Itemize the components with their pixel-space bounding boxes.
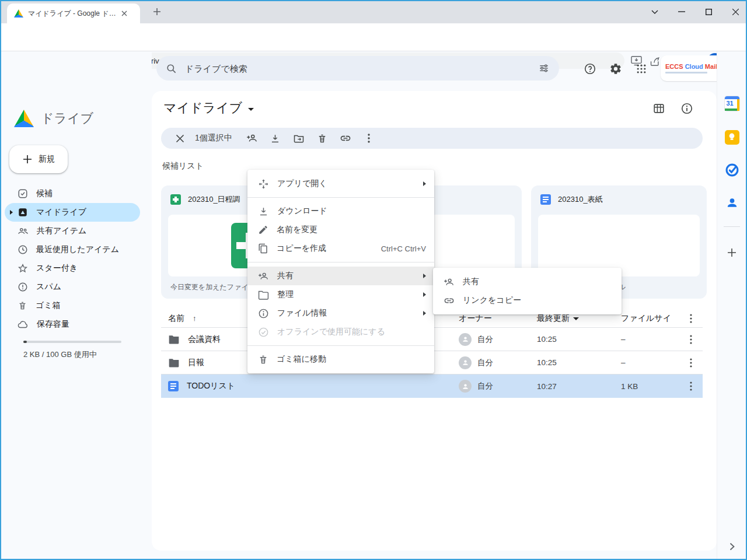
apps-grid-icon[interactable]	[634, 61, 649, 76]
drive-favicon-icon	[14, 9, 23, 18]
cloud-icon	[18, 320, 29, 329]
row-more-kebab-icon[interactable]	[683, 331, 699, 348]
window-chevron-icon[interactable]	[642, 0, 668, 23]
header-owner[interactable]: オーナー	[459, 313, 492, 324]
search-icon	[166, 63, 177, 74]
menu-item-offline: オフラインで使用可能にする	[247, 323, 434, 341]
suggestions-label: 候補リスト	[162, 161, 204, 172]
plus-icon	[22, 154, 33, 164]
submenu-arrow-icon	[423, 274, 426, 278]
menu-item-file-info[interactable]: ファイル情報	[247, 304, 434, 323]
share-person-add-icon[interactable]	[240, 129, 264, 148]
search-filter-tune-icon[interactable]	[538, 62, 550, 74]
copy-link-icon[interactable]	[334, 129, 357, 148]
row-more-kebab-icon[interactable]	[683, 378, 699, 394]
menu-item-share[interactable]: 共有	[247, 267, 434, 285]
collapse-panel-chevron-icon[interactable]	[724, 539, 739, 554]
sort-descending-caret-icon[interactable]	[573, 317, 579, 320]
sidebar-item-shared[interactable]: 共有アイテム	[5, 222, 140, 240]
menu-item-rename[interactable]: 名前を変更	[247, 220, 434, 239]
calendar-icon[interactable]: 31	[724, 96, 739, 111]
person-add-icon	[258, 271, 269, 282]
my-drive-icon	[18, 207, 28, 218]
menu-item-move-to-trash[interactable]: ゴミ箱に移動	[247, 350, 434, 369]
menu-item-organize[interactable]: 整理	[247, 285, 434, 304]
tab-title: マイドライブ - Google ドライブ	[28, 9, 121, 19]
storage-progress-bar	[23, 341, 121, 343]
row-more-kebab-icon[interactable]	[683, 355, 699, 371]
header-size[interactable]: ファイルサイ	[621, 313, 671, 324]
header-more-kebab-icon[interactable]	[683, 310, 699, 327]
folder-icon	[258, 290, 269, 300]
menu-item-download[interactable]: ダウンロード	[247, 202, 434, 220]
submenu-item-share[interactable]: 共有	[433, 272, 622, 291]
sort-ascending-arrow-icon[interactable]: ↑	[193, 314, 197, 323]
submenu-arrow-icon	[423, 181, 426, 186]
download-icon	[258, 206, 269, 217]
browser-toolbar: U	[0, 23, 747, 51]
eccs-cloud-mail-logo: ECCS Cloud Mail	[665, 64, 717, 74]
spam-icon	[18, 282, 28, 292]
settings-gear-icon[interactable]	[608, 61, 623, 76]
sheets-file-icon	[170, 194, 181, 205]
sidebar-item-starred[interactable]: スター付き	[5, 259, 140, 278]
keep-icon[interactable]	[724, 130, 739, 145]
submenu-arrow-icon	[423, 292, 426, 297]
share-icon[interactable]	[648, 54, 662, 68]
people-icon	[18, 226, 29, 237]
menu-item-open-with[interactable]: アプリで開く	[247, 174, 434, 193]
card-reason: 今日変更を加えたファイル	[170, 282, 256, 292]
drive-sidebar: ドライブ 新規 候補 マイドライブ 共有アイテム 最近使用したアイテム スター付…	[0, 51, 152, 559]
sidebar-item-storage[interactable]: 保存容量	[5, 315, 140, 334]
help-icon[interactable]	[582, 61, 598, 76]
search-input[interactable]	[185, 64, 538, 74]
table-row-selected[interactable]: TODOリスト 自分 10:27 1 KB	[161, 374, 703, 398]
more-actions-kebab-icon[interactable]	[357, 129, 381, 148]
expand-caret-icon[interactable]	[10, 210, 13, 215]
download-icon[interactable]	[264, 129, 287, 148]
menu-item-make-copy[interactable]: コピーを作成 Ctrl+C Ctrl+V	[247, 239, 434, 258]
link-icon	[444, 295, 455, 306]
search-bar[interactable]	[156, 56, 559, 80]
sidebar-item-spam[interactable]: スパム	[5, 278, 140, 296]
storage-usage-text: 2 KB / 100 GB 使用中	[23, 349, 97, 360]
folder-icon	[168, 334, 180, 344]
menu-divider	[247, 262, 434, 262]
submenu-arrow-icon	[423, 311, 426, 316]
window-close-icon[interactable]	[722, 0, 747, 23]
tab-close-icon[interactable]	[121, 10, 127, 16]
clear-selection-icon[interactable]	[172, 129, 188, 148]
add-app-plus-icon[interactable]	[724, 245, 739, 260]
header-modified[interactable]: 最終更新	[537, 313, 570, 324]
tasks-icon[interactable]	[724, 162, 739, 177]
main-content: マイドライブ 1個選択中 候補リスト 202310_日程調 今	[152, 91, 717, 551]
grid-view-toggle-icon[interactable]	[652, 102, 665, 115]
sidebar-item-trash[interactable]: ゴミ箱	[5, 296, 140, 315]
card-title: 202310_表紙	[558, 194, 603, 205]
sidebar-item-recent[interactable]: 最近使用したアイテム	[5, 240, 140, 259]
docs-file-icon	[540, 194, 551, 205]
header-name[interactable]: 名前	[168, 313, 184, 324]
new-button[interactable]: 新規	[9, 145, 68, 173]
rename-pencil-icon	[258, 225, 268, 235]
sidebar-item-my-drive[interactable]: マイドライブ	[5, 203, 140, 222]
submenu-item-copy-link[interactable]: リンクをコピー	[433, 291, 622, 310]
title-dropdown-caret-icon[interactable]	[248, 108, 254, 111]
owner-avatar	[459, 356, 472, 369]
eccs-subtitle	[665, 72, 707, 74]
new-tab-icon[interactable]	[153, 8, 161, 16]
window-maximize-icon[interactable]	[696, 0, 721, 23]
window-minimize-icon[interactable]	[669, 0, 694, 23]
sidebar-item-suggested[interactable]: 候補	[5, 184, 140, 203]
details-info-icon[interactable]	[680, 102, 693, 115]
contacts-icon[interactable]	[724, 195, 739, 210]
browser-tab[interactable]: マイドライブ - Google ドライブ	[7, 4, 140, 23]
approval-check-icon	[18, 188, 28, 199]
trash-icon[interactable]	[310, 129, 334, 148]
move-to-folder-icon[interactable]	[287, 129, 310, 148]
drive-logo: ドライブ	[14, 110, 93, 127]
person-add-icon	[444, 276, 455, 288]
folder-icon	[168, 358, 180, 368]
app-name: ドライブ	[41, 110, 93, 127]
page-title[interactable]: マイドライブ	[163, 99, 254, 117]
